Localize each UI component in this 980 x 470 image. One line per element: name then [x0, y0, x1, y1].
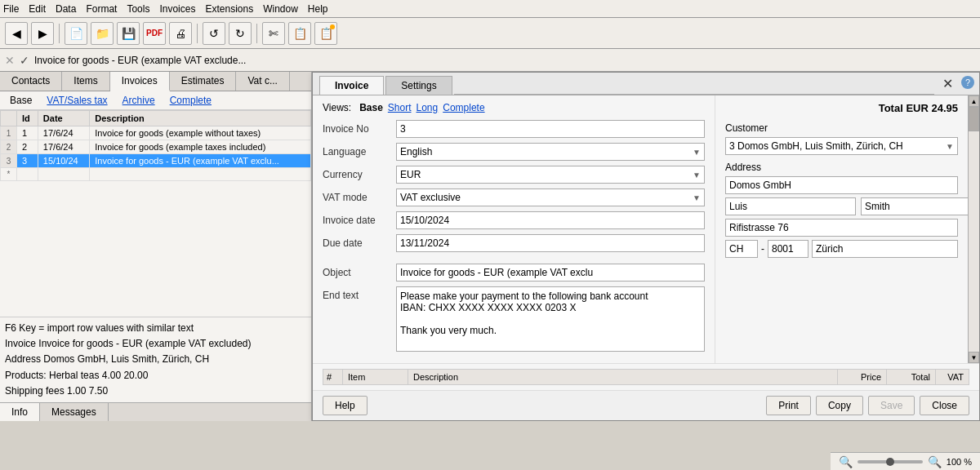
table-row[interactable]: 3 3 15/10/24 Invoice for goods - EUR (ex… [1, 154, 311, 168]
due-date-input[interactable] [396, 234, 705, 252]
open-button[interactable]: 📁 [91, 22, 114, 45]
status-line-3: Address Domos GmbH, Luis Smith, Zürich, … [5, 352, 306, 367]
tab-vat[interactable]: Vat c... [236, 72, 289, 91]
print-button[interactable]: 🖨 [169, 22, 192, 45]
language-select[interactable]: English ▼ [396, 143, 705, 161]
dialog-tab-invoice[interactable]: Invoice [319, 76, 384, 95]
first-name-input[interactable] [725, 197, 856, 215]
zoom-in-icon[interactable]: 🔍 [928, 455, 942, 468]
end-text-input[interactable]: Please make your payment to the followin… [396, 286, 705, 352]
paste-button[interactable]: 📋 [314, 22, 337, 45]
menu-data[interactable]: Data [56, 3, 76, 15]
tab-items[interactable]: Items [62, 72, 109, 91]
view-complete[interactable]: Complete [443, 102, 484, 113]
customer-select[interactable]: 3 Domos GmbH, Luis Smith, Zürich, CH ▼ [725, 137, 958, 155]
company-input[interactable] [725, 176, 958, 194]
col-id[interactable]: Id [17, 111, 38, 126]
form-section: Views: Base Short Long Complete Invoice … [313, 95, 715, 363]
menu-edit[interactable]: Edit [29, 3, 46, 15]
country-input[interactable] [725, 240, 758, 258]
toolbar: ◀ ▶ 📄 📁 💾 PDF 🖨 ↺ ↻ ✄ 📋 📋 [0, 18, 980, 49]
menu-window[interactable]: Window [263, 3, 298, 15]
view-base[interactable]: Base [359, 102, 383, 113]
form-row-invoice-no: Invoice No [323, 120, 705, 138]
back-button[interactable]: ◀ [5, 22, 28, 45]
city-input[interactable] [812, 240, 958, 258]
zoom-slider[interactable] [858, 460, 923, 463]
menu-help[interactable]: Help [308, 3, 328, 15]
products-header: # Item Description Price Total VAT [323, 369, 969, 385]
zoom-thumb[interactable] [886, 458, 894, 466]
view-long[interactable]: Long [416, 102, 439, 113]
bottom-tab-messages[interactable]: Messages [40, 403, 109, 421]
dialog-tab-settings[interactable]: Settings [385, 76, 452, 95]
right-scrollbar: ▲ ▼ [968, 95, 979, 363]
bottom-tab-info[interactable]: Info [0, 403, 40, 421]
subtab-base[interactable]: Base [3, 93, 38, 108]
invoice-no-input[interactable] [396, 120, 705, 138]
cut-button[interactable]: ✄ [262, 22, 285, 45]
col-hash: # [323, 370, 343, 384]
row-num-3: 3 [1, 154, 17, 168]
scroll-thumb[interactable] [969, 107, 979, 131]
row-num-2: 2 [1, 140, 17, 154]
help-button[interactable]: Help [323, 396, 368, 415]
subtab-vat[interactable]: VAT/Sales tax [40, 93, 114, 108]
help-icon[interactable]: ? [961, 76, 974, 89]
street-input[interactable] [725, 219, 958, 237]
table-row[interactable]: 1 1 17/6/24 Invoice for goods (example w… [1, 126, 311, 140]
products-section: # Item Description Price Total VAT [313, 363, 979, 390]
currency-label: Currency [323, 169, 396, 180]
table-row-new[interactable]: * [1, 168, 311, 181]
row-num-new: * [1, 168, 17, 181]
menu-format[interactable]: Format [86, 3, 117, 15]
doc-title: Invoice for goods - EUR (example VAT exc… [34, 55, 975, 66]
object-input[interactable] [396, 264, 705, 282]
close-icon[interactable]: ✕ [936, 76, 960, 95]
tab-estimates[interactable]: Estimates [170, 72, 237, 91]
undo-button[interactable]: ↺ [203, 22, 225, 45]
chevron-down-icon: ▼ [693, 171, 701, 180]
vat-mode-select[interactable]: VAT exclusive ▼ [396, 188, 705, 206]
form-row-language: Language English ▼ [323, 143, 705, 161]
confirm-icon[interactable]: ✓ [20, 54, 29, 67]
col-date[interactable]: Date [38, 111, 89, 126]
forward-button[interactable]: ▶ [31, 22, 54, 45]
zoom-out-icon[interactable]: 🔍 [839, 455, 853, 468]
menu-extensions[interactable]: Extensions [205, 3, 253, 15]
zip-input[interactable] [768, 240, 808, 258]
last-name-input[interactable] [861, 197, 979, 215]
redo-button[interactable]: ↻ [229, 22, 252, 45]
table-row[interactable]: 2 2 17/6/24 Invoice for goods (example t… [1, 140, 311, 154]
copy-button[interactable]: Copy [816, 396, 863, 415]
zoom-level: 100 % [947, 457, 972, 467]
close-button[interactable]: Close [920, 396, 969, 415]
scroll-up-button[interactable]: ▲ [969, 95, 979, 107]
status-line-1: F6 Key = import row values with similar … [5, 321, 306, 336]
views-row: Views: Base Short Long Complete [323, 102, 705, 113]
menu-invoices[interactable]: Invoices [159, 3, 195, 15]
subtab-archive[interactable]: Archive [116, 93, 162, 108]
main-tab-bar: Contacts Items Invoices Estimates Vat c.… [0, 72, 311, 91]
invoice-date-input[interactable] [396, 211, 705, 229]
content-area: Contacts Items Invoices Estimates Vat c.… [0, 72, 980, 421]
customer-section: Total EUR 24.95 Customer 3 Domos GmbH, L… [715, 95, 968, 363]
invoice-dialog: Invoice Settings ✕ ? Views: Base Short L… [312, 72, 980, 421]
tab-contacts[interactable]: Contacts [0, 72, 62, 91]
print-button[interactable]: Print [766, 396, 811, 415]
address-label: Address [725, 162, 958, 173]
copy-toolbar-button[interactable]: 📋 [288, 22, 311, 45]
menu-file[interactable]: File [3, 3, 19, 15]
pdf-button[interactable]: PDF [143, 22, 166, 45]
view-short[interactable]: Short [388, 102, 412, 113]
col-description[interactable]: Description [90, 111, 311, 126]
save-button[interactable]: 💾 [117, 22, 140, 45]
currency-select[interactable]: EUR ▼ [396, 166, 705, 184]
scroll-down-button[interactable]: ▼ [969, 352, 979, 363]
save-button[interactable]: Save [868, 396, 915, 415]
cancel-icon[interactable]: ✕ [5, 54, 15, 67]
new-button[interactable]: 📄 [65, 22, 87, 45]
tab-invoices[interactable]: Invoices [110, 72, 170, 91]
subtab-complete[interactable]: Complete [163, 93, 218, 108]
menu-tools[interactable]: Tools [127, 3, 149, 15]
